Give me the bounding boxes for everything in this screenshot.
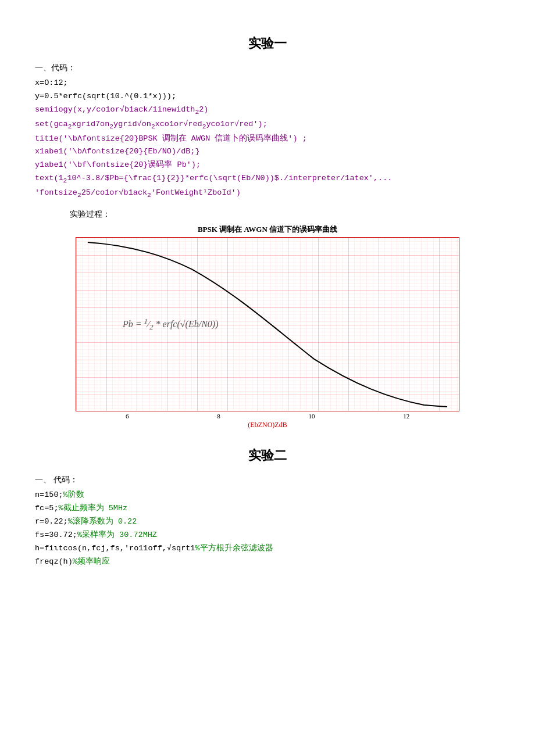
tick-8: 8 [217, 413, 220, 420]
tick-10: 10 [308, 413, 315, 420]
experiment-one-title: 实验一 [35, 35, 500, 52]
experiment-two-section: 实验二 一、 代码： n=150;%阶数 fc=5;%截止频率为 5MHz r=… [35, 447, 500, 569]
tick-12: 12 [403, 413, 409, 420]
code-line-2: y=0.5*erfc(sqrt(10.^(0.1*x))); [35, 90, 500, 103]
formula-display: Pb = 1⁄2 * erfc(√(Eb/N0)) [123, 317, 218, 332]
code-block-two: n=150;%阶数 fc=5;%截止频率为 5MHz r=0.22;%滚降系数为… [35, 489, 500, 569]
code2-line-5: h=fiιtcos(n,fcj,fs,'ro11off,√sqrt1%平方根升余… [35, 542, 500, 556]
chart-area: Pb = 1⁄2 * erfc(√(Eb/N0)) [76, 237, 459, 411]
code-line-7: y1abe1('\bf\fontsize{20}误码率 Pb'); [35, 159, 500, 172]
code-block-one: x=O:12; y=0.5*erfc(sqrt(10.^(0.1*x))); s… [35, 77, 500, 201]
experiment-two-title: 实验二 [35, 447, 500, 464]
code2-line-3: r=0.22;%滚降系数为 0.22 [35, 515, 500, 529]
code-section-label: 一、代码： [35, 63, 500, 73]
code-line-5: tit1e('\bΛfontsize{20}BPSK 调制在 AWGN 信道卜的… [35, 132, 500, 146]
code2-line-4: fs=30.72;%采样率为 30.72MHZ [35, 529, 500, 542]
experiment-one-section: 实验一 一、代码： x=O:12; y=0.5*erfc(sqrt(10.^(0… [35, 35, 500, 429]
code2-line-2: fc=5;%截止频率为 5MHz [35, 502, 500, 515]
chart-container: BPSK 调制在 AWGN 信道下的误码率曲线 Pb = 1⁄2 * erfc(… [76, 224, 459, 429]
code-section-label-2: 一、 代码： [35, 475, 500, 485]
tick-6: 6 [126, 413, 129, 420]
code-line-3: semi1ogy(x,y/co1or√b1ack/1inewidth22) [35, 103, 500, 118]
code-line-1: x=O:12; [35, 77, 500, 90]
process-label: 实验过程： [70, 209, 500, 220]
x-axis-ticks: 6 8 10 12 [76, 413, 459, 420]
code-line-8: text(1210^-3.8/$Pb={\frac{1}{2}}*erfc(\s… [35, 172, 500, 187]
code-line-6: x1abe1('\bΛfo∩tsize{20}{Eb/NO)/dB;} [35, 145, 500, 159]
code-line-9: 'fontsize225/co1or√b1ack2'FontWeight¹Zbo… [35, 187, 500, 201]
code2-line-1: n=150;%阶数 [35, 489, 500, 502]
code-line-4: set(gca2xgrid7on2ygrid√on2xco1or√red2yco… [35, 118, 500, 132]
code2-line-6: freqz(h)%频率响应 [35, 556, 500, 569]
chart-title: BPSK 调制在 AWGN 信道下的误码率曲线 [76, 224, 459, 235]
x-axis-label: (EbZNO)ZdB [76, 421, 459, 429]
